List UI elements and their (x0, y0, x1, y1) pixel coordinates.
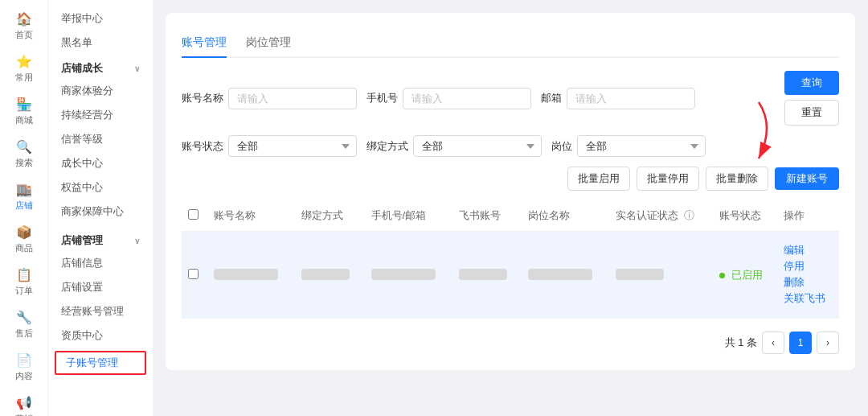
phone-input[interactable] (403, 88, 531, 109)
submenu-report-center[interactable]: 举报中心 (48, 6, 153, 31)
nav-item-marketing[interactable]: 📢 营销 (0, 389, 48, 416)
account-name-group: 账号名称 (182, 88, 357, 109)
position-label: 岗位 (551, 139, 572, 154)
goods-icon: 📦 (16, 224, 32, 240)
submenu-rights-center[interactable]: 权益中心 (48, 175, 153, 200)
submenu-shop-settings[interactable]: 店铺设置 (48, 275, 153, 299)
row-account-status-cell: 已启用 (713, 232, 776, 319)
nav-label-order: 订单 (15, 285, 33, 297)
home-icon: 🏠 (16, 11, 32, 27)
phone-group: 手机号 (366, 88, 531, 109)
row-checkbox-cell (182, 232, 207, 319)
content-area: 账号管理 岗位管理 账号名称 手机号 邮箱 查询 (153, 0, 868, 416)
query-reset-buttons: 查询 重置 (784, 71, 839, 126)
accounts-table: 账号名称 绑定方式 手机号/邮箱 飞书账号 岗位名称 实名认证状态 ⓘ 账号状态… (182, 200, 839, 319)
nav-item-search[interactable]: 🔍 搜索 (0, 133, 48, 175)
op-feishu-link[interactable]: 关联飞书 (784, 291, 833, 306)
nav-item-order[interactable]: 📋 订单 (0, 261, 48, 303)
section-shop-management-header[interactable]: 店铺管理 ∨ (48, 227, 153, 251)
batch-disable-button[interactable]: 批量停用 (637, 167, 699, 191)
position-select[interactable]: 全部 (577, 135, 706, 157)
nav-item-mall[interactable]: 🏪 商城 (0, 90, 48, 133)
red-arrow-decoration (694, 94, 775, 175)
submenu-merchant-guarantee[interactable]: 商家保障中心 (48, 200, 153, 224)
prev-page-button[interactable]: ‹ (762, 332, 784, 354)
main-content: 账号管理 岗位管理 账号名称 手机号 邮箱 查询 (153, 0, 868, 416)
col-real-name: 实名认证状态 ⓘ (609, 200, 713, 232)
nav-label-goods: 商品 (15, 242, 33, 254)
section-shop-growth-arrow: ∨ (134, 64, 140, 73)
submenu-blacklist[interactable]: 黑名单 (48, 31, 153, 55)
row-phone-email-cell (365, 232, 452, 319)
nav-item-aftersale[interactable]: 🔧 售后 (0, 303, 48, 346)
reset-button[interactable]: 重置 (784, 100, 839, 126)
op-edit-link[interactable]: 编辑 (784, 243, 833, 257)
status-active-label: 已启用 (731, 269, 763, 281)
sub-menu-column: 举报中心 黑名单 店铺成长 ∨ 商家体验分 持续经营分 信誉等级 成长中心 权益… (48, 0, 153, 416)
total-count: 共 1 条 (725, 336, 757, 350)
submenu-credit-level[interactable]: 信誉等级 (48, 127, 153, 151)
submenu-shop-info[interactable]: 店铺信息 (48, 251, 153, 275)
section-shop-growth-header[interactable]: 店铺成长 ∨ (48, 55, 153, 79)
tab-account-management[interactable]: 账号管理 (182, 29, 227, 58)
bind-method-label: 绑定方式 (366, 139, 408, 154)
nav-item-common[interactable]: ⭐ 常用 (0, 47, 48, 90)
submenu-growth-center[interactable]: 成长中心 (48, 151, 153, 175)
row-checkbox[interactable] (188, 269, 199, 279)
nav-column: 🏠 首页 ⭐ 常用 🏪 商城 🔍 搜索 🏬 店铺 📦 商品 📋 订单 🔧 (0, 0, 48, 416)
row-phone-blurred (371, 269, 436, 280)
row-bind-method-cell (295, 232, 364, 319)
select-all-checkbox[interactable] (188, 209, 199, 220)
marketing-icon: 📢 (16, 395, 32, 410)
tab-bar: 账号管理 岗位管理 (182, 29, 839, 58)
submenu-sub-account-management[interactable]: 子账号管理 (55, 351, 146, 375)
bind-method-select[interactable]: 全部 (413, 135, 542, 157)
nav-label-marketing: 营销 (15, 413, 33, 416)
nav-item-goods[interactable]: 📦 商品 (0, 218, 48, 261)
content-card: 账号管理 岗位管理 账号名称 手机号 邮箱 查询 (166, 13, 855, 370)
nav-label-home: 首页 (15, 29, 33, 41)
page-1-button[interactable]: 1 (789, 332, 812, 354)
account-name-input[interactable] (228, 88, 357, 109)
next-page-button[interactable]: › (817, 332, 839, 354)
new-account-button[interactable]: 新建账号 (775, 167, 839, 190)
submenu-qualification-center[interactable]: 资质中心 (48, 323, 153, 348)
op-disable-link[interactable]: 停用 (784, 259, 833, 274)
table-row: 已启用 编辑 停用 删除 关联飞书 (182, 232, 839, 319)
batch-enable-button[interactable]: 批量启用 (567, 167, 630, 191)
email-group: 邮箱 (541, 88, 695, 109)
sidebar: 🏠 首页 ⭐ 常用 🏪 商城 🔍 搜索 🏬 店铺 📦 商品 📋 订单 🔧 (0, 0, 153, 416)
table-header-row: 账号名称 绑定方式 手机号/邮箱 飞书账号 岗位名称 实名认证状态 ⓘ 账号状态… (182, 200, 839, 232)
bind-method-group: 绑定方式 全部 (366, 135, 542, 157)
table-body: 已启用 编辑 停用 删除 关联飞书 (182, 232, 839, 319)
position-group: 岗位 全部 (551, 135, 706, 157)
nav-item-shop[interactable]: 🏬 店铺 (0, 175, 48, 218)
nav-label-aftersale: 售后 (15, 327, 33, 340)
info-icon: ⓘ (684, 209, 694, 221)
op-delete-link[interactable]: 删除 (784, 275, 833, 290)
submenu-account-management[interactable]: 经营账号管理 (48, 299, 153, 323)
nav-item-content[interactable]: 📄 内容 (0, 346, 48, 389)
nav-label-mall: 商城 (15, 114, 33, 126)
table-header: 账号名称 绑定方式 手机号/邮箱 飞书账号 岗位名称 实名认证状态 ⓘ 账号状态… (182, 200, 839, 232)
tab-position-management[interactable]: 岗位管理 (246, 29, 291, 58)
submenu-merchant-experience[interactable]: 商家体验分 (48, 79, 153, 103)
submenu-continuous-operation[interactable]: 持续经营分 (48, 103, 153, 127)
col-account-status: 账号状态 (713, 200, 776, 232)
row-account-name-blurred (214, 269, 278, 280)
nav-label-search: 搜索 (15, 157, 33, 169)
mall-icon: 🏪 (16, 97, 32, 112)
query-button[interactable]: 查询 (784, 71, 839, 95)
account-status-label: 账号状态 (182, 139, 223, 154)
search-nav-icon: 🔍 (16, 139, 32, 154)
section-shop-growth: 店铺成长 ∨ 商家体验分 持续经营分 信誉等级 成长中心 权益中心 商家保障中心 (48, 55, 153, 224)
nav-item-home[interactable]: 🏠 首页 (0, 5, 48, 47)
common-icon: ⭐ (16, 54, 32, 69)
row-operations-cell: 编辑 停用 删除 关联飞书 (777, 232, 839, 319)
account-name-label: 账号名称 (182, 91, 223, 105)
email-input[interactable] (567, 88, 695, 109)
section-shop-growth-label: 店铺成长 (61, 61, 103, 76)
account-status-select[interactable]: 全部 (228, 135, 357, 157)
status-active-dot (719, 273, 725, 278)
content-icon: 📄 (16, 352, 32, 368)
